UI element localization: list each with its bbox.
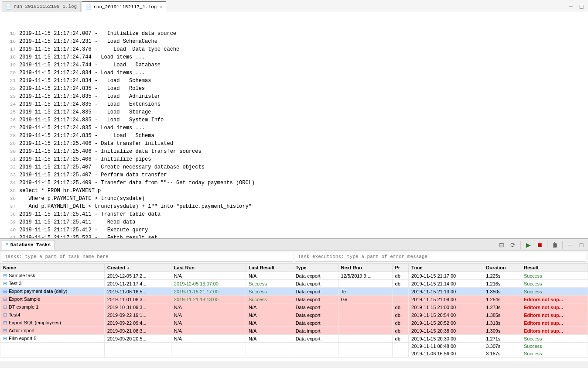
log-line: 202019-11-15 21:17:24.834 - Load items .… [0, 69, 588, 77]
task-icon: ⊞ [3, 273, 7, 278]
panel-minimize-btn[interactable]: ─ [565, 240, 575, 250]
cell-lastresult: N/A [246, 327, 293, 335]
cell-pr: db [392, 335, 409, 343]
line-number: 19 [3, 61, 16, 69]
line-number: 24 [3, 100, 16, 108]
log-line: 342019-11-15 21:17:25.409 - Transfer dat… [0, 179, 588, 187]
cell-duration: 1.216s [483, 280, 521, 288]
cell-exec-result: Editors not sup... [521, 311, 588, 319]
log-line: 222019-11-15 21:17:24.835 - Load Roles [0, 85, 588, 93]
log-line: 312019-11-15 21:17:25.406 - Initialize p… [0, 155, 588, 163]
result-success: Success [249, 281, 267, 286]
line-text: 2019-11-15 21:17:24.835 - Load items ... [19, 124, 145, 132]
table-row[interactable]: ⊞Actor import2019-09-21 08:3...N/AN/ADat… [0, 327, 588, 335]
cell-exec-time: 2019-11-15 20:54:00 [409, 311, 483, 319]
col-time[interactable]: Time [409, 264, 483, 272]
cell-name: ⊞Export Sample [0, 296, 105, 303]
log-line: 36 Where p.PAYMENT_DATE > trunc(sysdate) [0, 195, 588, 203]
cell-duration: 1.273s [483, 303, 521, 311]
task-search-input[interactable] [2, 252, 293, 261]
cell-lastrun: N/A [171, 335, 246, 343]
table-row[interactable]: ⊞Export SQL (employees)2019-09-22 09:4..… [0, 319, 588, 327]
tab-log2-close[interactable]: ✕ [159, 4, 162, 10]
table-row[interactable]: ⊞DT example 12019-10-31 09:3...N/AN/ADat… [0, 303, 588, 311]
table-row[interactable]: ⊞Export Sample2019-11-01 08:3...2019-11-… [0, 296, 588, 303]
line-text: 2019-11-15 21:17:24.835 - Load Extension… [19, 100, 161, 108]
cell-lastresult: Success [246, 288, 293, 296]
line-number: 36 [3, 195, 16, 203]
run-btn[interactable]: ▶ [523, 240, 533, 250]
bottom-tab-bar: ⊞ Database Tasks ⊟ ⟳ ▶ ⏹ 🗑 ─ □ [0, 239, 588, 251]
col-pr[interactable]: Pr [392, 264, 409, 272]
table-row[interactable]: 2019-11-11 08:48:003.307sSuccess [0, 343, 588, 350]
col-name[interactable]: Name [0, 264, 105, 272]
stop-btn[interactable]: ⏹ [535, 240, 544, 250]
line-text: 2019-11-15 21:17:24.835 - Load Schema [19, 132, 154, 140]
cell-empty [171, 350, 246, 358]
table-row[interactable]: 2019-11-06 16:56:003.187sSuccess [0, 350, 588, 358]
cell-empty [0, 343, 105, 350]
exec-search-input[interactable] [295, 252, 586, 261]
cell-pr: db [392, 280, 409, 288]
col-duration[interactable]: Duration [483, 264, 521, 272]
toolbar-sep3 [562, 241, 563, 249]
col-lastrun[interactable]: Last Run [171, 264, 246, 272]
line-text: 2019-11-15 21:17:24.835 - Load System In… [19, 116, 164, 124]
cell-duration: 3.187s [483, 350, 521, 358]
cell-lastrun: 2019-11-21 18:13:00 [171, 296, 246, 303]
cell-exec-time: 2019-11-11 08:48:00 [409, 343, 483, 350]
col-lastresult[interactable]: Last Result [246, 264, 293, 272]
line-text: 2019-11-15 21:17:24.834 - Load items ... [19, 69, 145, 77]
cell-duration: 1.271s [483, 335, 521, 343]
tab-log1-label: run_201911152108_1.log [14, 4, 77, 9]
cell-exec-time: 2019-11-15 20:30:00 [409, 335, 483, 343]
line-number: 23 [3, 93, 16, 100]
tab-log2[interactable]: 📄 run_201911152117_1.log ✕ [82, 1, 166, 12]
cell-created: 2019-11-01 08:3... [104, 296, 171, 303]
table-row[interactable]: ⊞Export payment data (daily)2019-11-06 1… [0, 288, 588, 296]
table-row[interactable]: ⊞Test42019-09-22 19:1...N/AN/AData expor… [0, 311, 588, 319]
task-icon: ⊞ [3, 312, 7, 317]
refresh-btn[interactable]: ⟳ [508, 240, 518, 250]
line-number: 16 [3, 38, 16, 45]
col-result[interactable]: Result [521, 264, 588, 272]
line-text: select * FROM hr.PAYMENT p [19, 187, 101, 195]
line-text: 2019-11-15 21:17:25.406 - Data transfer … [19, 140, 173, 148]
cell-nextrun: 12/5/2019 9:... [338, 272, 392, 280]
tab-log1[interactable]: 📄 run_201911152108_1.log [2, 1, 81, 12]
line-number: 26 [3, 116, 16, 124]
col-created[interactable]: Created ▲ [104, 264, 171, 272]
line-number: 20 [3, 69, 16, 77]
line-number: 34 [3, 179, 16, 187]
panel-maximize-btn[interactable]: □ [577, 240, 586, 250]
table-row[interactable]: ⊞Film export 52019-09-20 20:5...N/AN/ADa… [0, 335, 588, 343]
task-icon: ⊞ [3, 304, 7, 310]
table-row[interactable]: ⊞Sample task2019-12-05 17:2...N/AN/AData… [0, 272, 588, 280]
cell-exec-result: Success [521, 280, 588, 288]
table-row[interactable]: ⊞Test 32019-11-21 17:4...2019-12-05 13:0… [0, 280, 588, 288]
log-line: 242019-11-15 21:17:24.835 - Load Extensi… [0, 100, 588, 108]
line-number: 33 [3, 171, 16, 179]
cell-duration: 1.284s [483, 296, 521, 303]
result-error: Editors not sup... [524, 313, 563, 318]
col-type[interactable]: Type [293, 264, 338, 272]
cell-name: ⊞DT example 1 [0, 303, 105, 311]
editor-maximize-btn[interactable]: □ [577, 2, 586, 11]
tab-database-tasks[interactable]: ⊞ Database Tasks [2, 240, 55, 250]
grid-view-btn[interactable]: ⊟ [497, 240, 506, 250]
cell-lastresult: Success [246, 296, 293, 303]
line-text: 2019-11-15 21:17:25.407 - Create necessa… [19, 163, 205, 171]
cell-exec-time: 2019-11-06 16:56:00 [409, 350, 483, 358]
bottom-tab-label: Database Tasks [10, 242, 51, 248]
cell-exec-result: Success [521, 335, 588, 343]
cell-nextrun [338, 319, 392, 327]
col-nextrun[interactable]: Next Run [338, 264, 392, 272]
editor-minimize-btn[interactable]: ─ [566, 2, 576, 11]
log-line: 392019-11-15 21:17:25.411 - Read data [0, 218, 588, 226]
cell-pr: db [392, 303, 409, 311]
line-text: 2019-11-15 21:17:25.407 - Perform data t… [19, 171, 167, 179]
delete-btn[interactable]: 🗑 [550, 240, 560, 250]
log-line: 322019-11-15 21:17:25.407 - Create neces… [0, 163, 588, 171]
log-line: 162019-11-15 21:17:24.231 - Load SchemaC… [0, 38, 588, 45]
line-number: 30 [3, 148, 16, 155]
